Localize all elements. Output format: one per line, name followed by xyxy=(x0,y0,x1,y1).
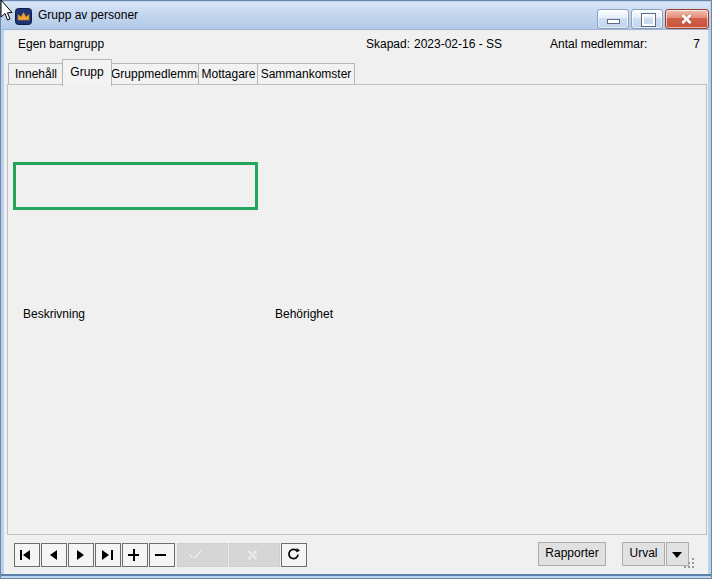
antal-medlemmar-header-value: 7 xyxy=(680,37,700,51)
app-icon xyxy=(15,8,32,25)
post-edit-button xyxy=(177,543,228,567)
beskrivning-label: Beskrivning xyxy=(20,307,88,321)
minimize-button[interactable] xyxy=(597,9,629,29)
maximize-icon xyxy=(642,14,655,26)
title-bar[interactable]: Grupp av personer xyxy=(2,2,710,30)
prior-record-button[interactable] xyxy=(41,543,67,567)
last-record-icon xyxy=(102,550,109,560)
dropdown-arrow-icon xyxy=(672,552,682,558)
prior-record-icon xyxy=(50,550,57,560)
urval-dropdown-button[interactable] xyxy=(666,542,689,566)
close-button[interactable] xyxy=(665,9,709,29)
refresh-icon xyxy=(287,548,300,561)
tab-gruppmedlemmar[interactable]: Gruppmedlemmar xyxy=(110,63,200,85)
first-record-icon xyxy=(20,550,22,560)
antal-medlemmar-header-label: Antal medlemmar: xyxy=(550,37,647,51)
maximize-button[interactable] xyxy=(631,9,663,29)
refresh-button[interactable] xyxy=(281,543,307,567)
group-name-text: Egen barngrupp xyxy=(18,37,104,51)
insert-record-button[interactable] xyxy=(122,543,148,567)
delete-record-button[interactable] xyxy=(149,543,175,567)
tab-grupp[interactable]: Grupp xyxy=(62,59,112,86)
cancel-edit-button xyxy=(229,543,280,567)
minimize-icon xyxy=(607,19,620,24)
skapad-label: Skapad: xyxy=(366,37,410,51)
rapporter-button[interactable]: Rapporter xyxy=(538,542,606,566)
group-of-persons-dialog: Grupp av personer Egen barngrupp Skapad:… xyxy=(0,0,712,579)
tab-innehall[interactable]: Innehåll xyxy=(8,63,64,85)
next-record-icon xyxy=(77,550,84,560)
window-title: Grupp av personer xyxy=(38,8,138,22)
skapad-value: 2023-02-16 - SS xyxy=(414,37,502,51)
mouse-cursor xyxy=(0,0,13,24)
window-bottom-edge xyxy=(1,574,711,576)
urval-button[interactable]: Urval xyxy=(622,542,665,566)
tab-page-grupp xyxy=(7,84,707,535)
resize-grip[interactable] xyxy=(692,566,694,568)
next-record-button[interactable] xyxy=(68,543,94,567)
first-record-button[interactable] xyxy=(14,543,40,567)
tab-sammankomster[interactable]: Sammankomster xyxy=(257,63,355,85)
tab-mottagare[interactable]: Mottagare xyxy=(198,63,259,85)
behorighet-label: Behörighet xyxy=(272,307,336,321)
delete-record-icon xyxy=(155,554,166,556)
last-record-button[interactable] xyxy=(95,543,121,567)
